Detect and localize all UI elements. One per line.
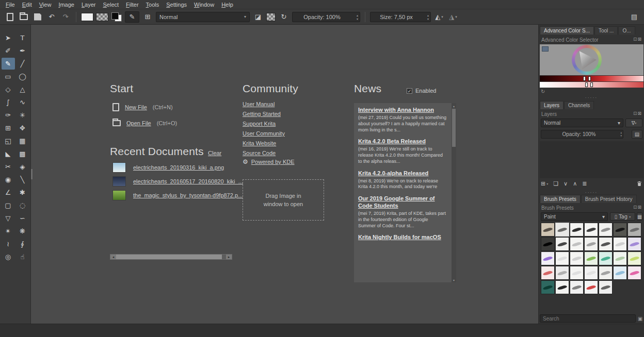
layer-view-options-button[interactable]: ▤ [632, 130, 642, 139]
open-document-button[interactable] [18, 11, 29, 23]
menu-file[interactable]: File [2, 0, 19, 9]
brush-preset-tile[interactable] [613, 223, 627, 237]
edit-shapes-tool[interactable]: ✐ [2, 45, 15, 57]
layer-opacity-slider[interactable]: Opacity: 100% ▴▾ [541, 130, 623, 139]
selector-settings-icon[interactable] [542, 46, 549, 52]
tab-brush-presets[interactable]: Brush Presets [540, 195, 581, 203]
brush-preset-tile[interactable] [599, 223, 613, 237]
docker-header-icons[interactable]: ⊡⊠ [633, 205, 642, 210]
tag-dropdown[interactable]: ▯ Tag ▾ [610, 212, 635, 221]
brush-preset-tile[interactable] [555, 280, 569, 294]
link-krita-website[interactable]: Krita Website [243, 139, 285, 148]
brush-preset-tile[interactable] [627, 237, 641, 251]
brush-preset-tile[interactable] [584, 251, 598, 265]
chevron-down-icon[interactable]: ▾ [455, 15, 457, 19]
new-file-row[interactable]: New File (Ctrl+N) [112, 103, 173, 111]
colorize-mask-tool[interactable]: ◉ [2, 174, 15, 186]
undo-button[interactable]: ↶ [46, 11, 57, 23]
brush-filter-select[interactable]: Paint ▾ [541, 212, 608, 221]
polygon-tool[interactable]: ◇ [2, 83, 15, 95]
menu-tools[interactable]: Tools [142, 0, 163, 9]
contiguous-selection-tool[interactable]: ❋ [16, 225, 29, 237]
brush-preset-tile[interactable] [555, 223, 569, 237]
welcome-horizontal-scrollbar[interactable]: ◂ ▸ [110, 254, 232, 260]
freehand-selection-tool[interactable]: ∽ [16, 212, 29, 224]
scrollbar-thumb[interactable] [452, 109, 456, 147]
news-headline[interactable]: Krita Nightly Builds for macOS [358, 234, 447, 241]
eraser-mode-button[interactable]: ◪ [252, 11, 264, 23]
color-sampler-tool[interactable]: ◣ [2, 148, 15, 160]
brush-preset-tile[interactable] [570, 237, 584, 251]
tab-brush-preset-history[interactable]: Brush Preset History [581, 195, 637, 203]
pattern-editing-tool[interactable]: ▩ [16, 148, 29, 160]
new-document-button[interactable] [4, 11, 15, 23]
spinner-arrows[interactable]: ▴▾ [357, 13, 358, 21]
mirror-horizontal-button[interactable]: ◭▾ [433, 11, 445, 23]
text-tool[interactable]: T [16, 32, 29, 44]
move-layer-down-button[interactable]: ∨ [564, 179, 568, 188]
freehand-path-tool[interactable]: ∿ [16, 96, 29, 108]
multibrush-tool[interactable]: ✳ [16, 109, 29, 121]
brush-editor-button[interactable]: ✎ [125, 11, 139, 23]
calligraphy-tool[interactable]: ✒ [16, 45, 29, 57]
pattern-chooser[interactable] [96, 13, 108, 21]
smart-patch-tool[interactable]: ✂ [2, 161, 15, 173]
spinner-arrows[interactable]: ▴▾ [427, 13, 429, 21]
assistants-tool[interactable]: ╲ [16, 174, 29, 186]
workspace-chooser-button[interactable]: ⊞ [142, 11, 153, 23]
layer-filter-button[interactable]: ∇▾ [625, 119, 642, 127]
tab-channels[interactable]: Channels [564, 101, 594, 109]
freehand-brush-tool[interactable]: ✎ [2, 58, 15, 70]
strip-handle[interactable] [585, 82, 588, 87]
preserve-alpha-button[interactable] [266, 13, 276, 21]
ellipse-tool[interactable]: ◯ [16, 71, 29, 82]
news-scrollbar[interactable]: ▴ ▾ [452, 103, 456, 282]
brush-preset-tile[interactable] [627, 266, 641, 280]
recent-document-row[interactable]: electrichearts_20190316_kiki_a.png [112, 162, 243, 173]
gradient-tool[interactable]: ▦ [16, 135, 29, 147]
powered-by-kde-link[interactable]: Powered by KDE [251, 159, 295, 165]
brush-preset-tile[interactable] [613, 251, 627, 265]
brush-size-slider[interactable]: Size: 7,50 px ▴▾ [370, 12, 431, 22]
menu-window[interactable]: Window [190, 0, 218, 9]
transform-tool[interactable]: ⊞ [2, 122, 15, 134]
blending-mode-select[interactable]: Normal ▾ [156, 12, 250, 22]
brush-preset-tile[interactable] [599, 237, 613, 251]
brush-preset-tile[interactable] [599, 266, 613, 280]
rectangle-tool[interactable]: ▭ [2, 71, 15, 82]
brush-preset-tile[interactable] [584, 237, 598, 251]
reload-preset-button[interactable]: ↻ [278, 11, 289, 23]
move-tool[interactable]: ✥ [16, 122, 29, 134]
menu-layer[interactable]: Layer [78, 0, 100, 9]
link-getting-started[interactable]: Getting Started [243, 109, 285, 119]
news-headline[interactable]: Interview with Anna Hannon [358, 107, 447, 114]
elliptical-selection-tool[interactable]: ◌ [16, 199, 29, 211]
measure-tool[interactable]: ∠ [2, 187, 15, 198]
brush-preset-tile[interactable] [541, 266, 555, 280]
news-item[interactable]: Krita 4.2.0-alpha Released(mei 8, 2019) … [358, 170, 447, 191]
news-headline[interactable]: Our 2019 Google Summer of Code Students [358, 195, 447, 210]
magnetic-selection-tool[interactable]: ∮ [16, 238, 29, 250]
advanced-color-selector[interactable] [540, 44, 643, 75]
open-file-row[interactable]: Open File (Ctrl+O) [112, 120, 177, 126]
menu-image[interactable]: Image [55, 0, 78, 9]
docker-header-icons[interactable]: ⊡⊠ [633, 37, 642, 42]
news-enabled-checkbox[interactable]: ✓ Enabled [407, 88, 436, 94]
link-source-code[interactable]: Source Code [243, 148, 285, 158]
display-mode-button[interactable]: ▦ [637, 212, 642, 221]
scroll-right-icon[interactable]: ▸ [226, 255, 232, 259]
docker-drag-handle[interactable]: ····· [539, 191, 644, 195]
foreground-background-colors[interactable] [111, 12, 122, 22]
menu-edit[interactable]: Edit [19, 0, 36, 9]
brush-preset-tile[interactable] [627, 223, 641, 237]
powered-by-kde-row[interactable]: ⚙ Powered by KDE [243, 158, 295, 165]
brush-preset-tile[interactable] [541, 223, 555, 237]
import-resource-button[interactable]: ▣ [637, 315, 643, 322]
welcome-vertical-scrollbar[interactable] [31, 169, 33, 179]
news-item[interactable]: Krita 4.2.0 Beta Released(mei 16, 2019) … [358, 138, 447, 164]
recent-document-row[interactable]: the_magic_stylus_by_tysontan-d9fp872.p..… [112, 190, 243, 200]
docker-tab-o[interactable]: O... [618, 26, 635, 35]
select-shapes-tool[interactable]: ➤ [2, 32, 15, 44]
clear-recent-link[interactable]: Clear [208, 150, 221, 156]
docker-tab-advanced-color-s[interactable]: Advanced Color S... [540, 26, 594, 35]
